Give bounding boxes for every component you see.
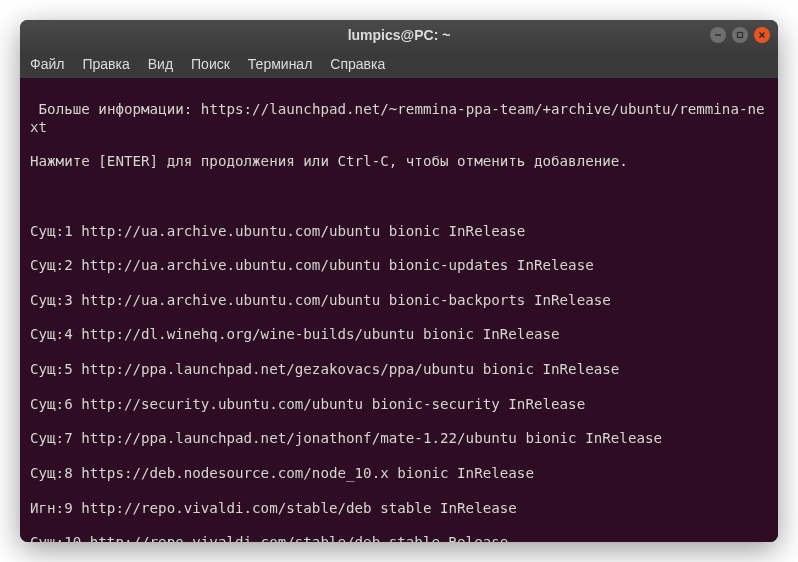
- output-line: Нажмите [ENTER] для продолжения или Ctrl…: [30, 153, 768, 170]
- terminal-window: lumpics@PC: ~ Файл Правка Вид Поиск Терм…: [20, 20, 778, 542]
- close-icon: [758, 31, 766, 39]
- menu-file[interactable]: Файл: [30, 56, 64, 72]
- menu-help[interactable]: Справка: [330, 56, 385, 72]
- menu-search[interactable]: Поиск: [191, 56, 230, 72]
- output-line: Сущ:1 http://ua.archive.ubuntu.com/ubunt…: [30, 223, 768, 240]
- output-line: Сущ:5 http://ppa.launchpad.net/gezakovac…: [30, 361, 768, 378]
- titlebar: lumpics@PC: ~: [20, 20, 778, 50]
- menu-edit[interactable]: Правка: [82, 56, 129, 72]
- output-line: Сущ:10 http://repo.vivaldi.com/stable/de…: [30, 534, 768, 542]
- maximize-icon: [736, 31, 744, 39]
- minimize-button[interactable]: [710, 27, 726, 43]
- menubar: Файл Правка Вид Поиск Терминал Справка: [20, 50, 778, 78]
- maximize-button[interactable]: [732, 27, 748, 43]
- window-controls: [710, 27, 770, 43]
- menu-view[interactable]: Вид: [148, 56, 173, 72]
- terminal-output[interactable]: Больше информации: https://launchpad.net…: [20, 78, 778, 542]
- output-line: Сущ:2 http://ua.archive.ubuntu.com/ubunt…: [30, 257, 768, 274]
- output-line: Больше информации: https://launchpad.net…: [30, 101, 768, 136]
- output-line: Сущ:4 http://dl.winehq.org/wine-builds/u…: [30, 326, 768, 343]
- output-line: Сущ:7 http://ppa.launchpad.net/jonathonf…: [30, 430, 768, 447]
- output-line: Сущ:6 http://security.ubuntu.com/ubuntu …: [30, 396, 768, 413]
- close-button[interactable]: [754, 27, 770, 43]
- output-line: Сущ:8 https://deb.nodesource.com/node_10…: [30, 465, 768, 482]
- output-line: Сущ:3 http://ua.archive.ubuntu.com/ubunt…: [30, 292, 768, 309]
- menu-terminal[interactable]: Терминал: [248, 56, 312, 72]
- output-line: [30, 188, 768, 205]
- output-line: Игн:9 http://repo.vivaldi.com/stable/deb…: [30, 500, 768, 517]
- minimize-icon: [714, 31, 722, 39]
- window-title: lumpics@PC: ~: [348, 27, 451, 43]
- svg-rect-1: [738, 33, 743, 38]
